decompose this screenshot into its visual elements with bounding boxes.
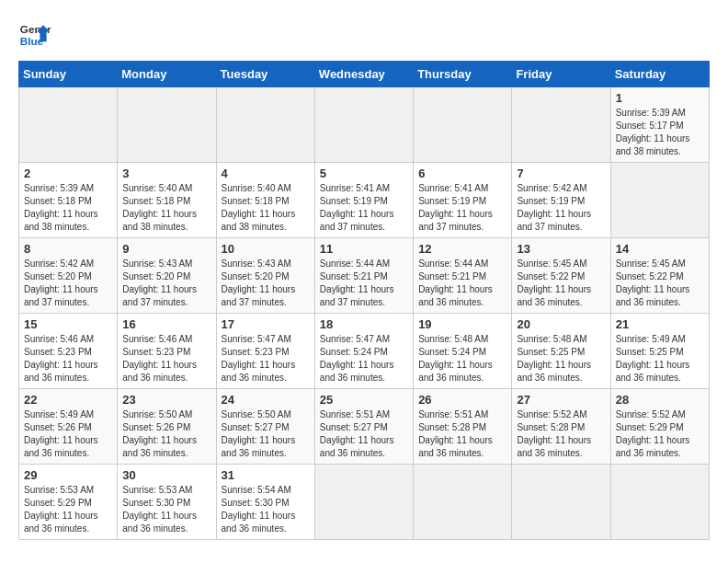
day-cell-16: 16Sunrise: 5:46 AMSunset: 5:23 PMDayligh… (118, 314, 216, 389)
empty-cell (19, 87, 118, 163)
day-cell-13: 13Sunrise: 5:45 AMSunset: 5:22 PMDayligh… (512, 238, 610, 314)
day-cell-31: 31Sunrise: 5:54 AMSunset: 5:30 PMDayligh… (216, 465, 314, 540)
calendar-body: 1Sunrise: 5:39 AMSunset: 5:17 PMDaylight… (19, 87, 710, 540)
day-number: 17 (222, 317, 310, 331)
day-number: 6 (418, 167, 506, 180)
empty-cell (512, 87, 610, 163)
day-cell-8: 8Sunrise: 5:42 AMSunset: 5:20 PMDaylight… (19, 238, 118, 314)
column-header-thursday: Thursday (414, 62, 512, 87)
column-header-friday: Friday (512, 62, 610, 87)
header: General Blue (18, 18, 710, 52)
day-number: 13 (517, 242, 605, 256)
day-number: 23 (122, 393, 210, 407)
day-info: Sunrise: 5:48 AMSunset: 5:24 PMDaylight:… (418, 333, 506, 385)
day-cell-22: 22Sunrise: 5:49 AMSunset: 5:26 PMDayligh… (19, 389, 118, 465)
empty-cell (314, 465, 413, 540)
day-number: 25 (320, 393, 408, 407)
day-info: Sunrise: 5:41 AMSunset: 5:19 PMDaylight:… (320, 182, 408, 234)
day-cell-9: 9Sunrise: 5:43 AMSunset: 5:20 PMDaylight… (118, 238, 216, 314)
day-info: Sunrise: 5:50 AMSunset: 5:27 PMDaylight:… (222, 408, 310, 460)
day-number: 11 (320, 242, 408, 256)
column-header-tuesday: Tuesday (216, 62, 314, 87)
day-number: 18 (320, 317, 408, 331)
day-number: 28 (616, 393, 704, 407)
day-info: Sunrise: 5:54 AMSunset: 5:30 PMDaylight:… (222, 484, 310, 535)
day-cell-15: 15Sunrise: 5:46 AMSunset: 5:23 PMDayligh… (19, 314, 118, 389)
day-cell-27: 27Sunrise: 5:52 AMSunset: 5:28 PMDayligh… (512, 389, 610, 465)
day-info: Sunrise: 5:48 AMSunset: 5:25 PMDaylight:… (517, 333, 605, 385)
day-cell-24: 24Sunrise: 5:50 AMSunset: 5:27 PMDayligh… (216, 389, 314, 465)
day-number: 24 (222, 393, 310, 407)
day-number: 27 (517, 393, 605, 407)
empty-cell (118, 87, 216, 163)
day-info: Sunrise: 5:41 AMSunset: 5:19 PMDaylight:… (418, 182, 506, 234)
day-cell-21: 21Sunrise: 5:49 AMSunset: 5:25 PMDayligh… (610, 314, 709, 389)
day-info: Sunrise: 5:45 AMSunset: 5:22 PMDaylight:… (517, 258, 605, 309)
empty-cell (216, 87, 314, 163)
column-header-saturday: Saturday (610, 62, 709, 87)
day-number: 12 (418, 242, 506, 256)
day-number: 2 (24, 167, 112, 180)
day-number: 14 (616, 242, 704, 256)
day-cell-26: 26Sunrise: 5:51 AMSunset: 5:28 PMDayligh… (414, 389, 512, 465)
day-cell-25: 25Sunrise: 5:51 AMSunset: 5:27 PMDayligh… (314, 389, 413, 465)
day-info: Sunrise: 5:42 AMSunset: 5:20 PMDaylight:… (24, 258, 112, 309)
day-number: 10 (222, 242, 310, 256)
day-info: Sunrise: 5:52 AMSunset: 5:28 PMDaylight:… (517, 408, 605, 460)
day-info: Sunrise: 5:49 AMSunset: 5:26 PMDaylight:… (24, 408, 112, 460)
day-info: Sunrise: 5:46 AMSunset: 5:23 PMDaylight:… (24, 333, 112, 385)
logo: General Blue (18, 18, 51, 52)
day-cell-1: 1Sunrise: 5:39 AMSunset: 5:17 PMDaylight… (610, 87, 709, 163)
day-info: Sunrise: 5:53 AMSunset: 5:29 PMDaylight:… (24, 484, 112, 535)
column-header-sunday: Sunday (19, 62, 118, 87)
column-header-wednesday: Wednesday (314, 62, 413, 87)
day-cell-2: 2Sunrise: 5:39 AMSunset: 5:18 PMDaylight… (19, 163, 118, 238)
day-number: 29 (24, 468, 112, 482)
day-cell-12: 12Sunrise: 5:44 AMSunset: 5:21 PMDayligh… (414, 238, 512, 314)
day-cell-30: 30Sunrise: 5:53 AMSunset: 5:30 PMDayligh… (118, 465, 216, 540)
day-info: Sunrise: 5:45 AMSunset: 5:22 PMDaylight:… (616, 258, 704, 309)
day-info: Sunrise: 5:51 AMSunset: 5:27 PMDaylight:… (320, 408, 408, 460)
day-cell-20: 20Sunrise: 5:48 AMSunset: 5:25 PMDayligh… (512, 314, 610, 389)
day-number: 9 (122, 242, 210, 256)
day-cell-19: 19Sunrise: 5:48 AMSunset: 5:24 PMDayligh… (414, 314, 512, 389)
day-cell-18: 18Sunrise: 5:47 AMSunset: 5:24 PMDayligh… (314, 314, 413, 389)
empty-cell (610, 465, 709, 540)
day-number: 30 (122, 468, 210, 482)
day-cell-14: 14Sunrise: 5:45 AMSunset: 5:22 PMDayligh… (610, 238, 709, 314)
day-cell-28: 28Sunrise: 5:52 AMSunset: 5:29 PMDayligh… (610, 389, 709, 465)
day-cell-7: 7Sunrise: 5:42 AMSunset: 5:19 PMDaylight… (512, 163, 610, 238)
day-cell-4: 4Sunrise: 5:40 AMSunset: 5:18 PMDaylight… (216, 163, 314, 238)
day-number: 8 (24, 242, 112, 256)
day-info: Sunrise: 5:50 AMSunset: 5:26 PMDaylight:… (122, 408, 210, 460)
day-cell-29: 29Sunrise: 5:53 AMSunset: 5:29 PMDayligh… (19, 465, 118, 540)
empty-cell (512, 465, 610, 540)
day-number: 22 (24, 393, 112, 407)
day-cell-5: 5Sunrise: 5:41 AMSunset: 5:19 PMDaylight… (314, 163, 413, 238)
day-number: 31 (222, 468, 310, 482)
day-cell-3: 3Sunrise: 5:40 AMSunset: 5:18 PMDaylight… (118, 163, 216, 238)
day-number: 19 (418, 317, 506, 331)
day-info: Sunrise: 5:44 AMSunset: 5:21 PMDaylight:… (320, 258, 408, 309)
day-number: 26 (418, 393, 506, 407)
day-cell-10: 10Sunrise: 5:43 AMSunset: 5:20 PMDayligh… (216, 238, 314, 314)
day-info: Sunrise: 5:49 AMSunset: 5:25 PMDaylight:… (616, 333, 704, 385)
day-info: Sunrise: 5:43 AMSunset: 5:20 PMDaylight:… (222, 258, 310, 309)
day-number: 3 (122, 167, 210, 180)
calendar-table: SundayMondayTuesdayWednesdayThursdayFrid… (18, 61, 710, 540)
day-number: 5 (320, 167, 408, 180)
day-number: 20 (517, 317, 605, 331)
day-number: 15 (24, 317, 112, 331)
day-info: Sunrise: 5:40 AMSunset: 5:18 PMDaylight:… (122, 182, 210, 234)
day-info: Sunrise: 5:52 AMSunset: 5:29 PMDaylight:… (616, 408, 704, 460)
day-info: Sunrise: 5:39 AMSunset: 5:18 PMDaylight:… (24, 182, 112, 234)
day-info: Sunrise: 5:40 AMSunset: 5:18 PMDaylight:… (222, 182, 310, 234)
day-info: Sunrise: 5:47 AMSunset: 5:24 PMDaylight:… (320, 333, 408, 385)
day-cell-6: 6Sunrise: 5:41 AMSunset: 5:19 PMDaylight… (414, 163, 512, 238)
calendar-header: SundayMondayTuesdayWednesdayThursdayFrid… (19, 62, 710, 87)
day-info: Sunrise: 5:46 AMSunset: 5:23 PMDaylight:… (122, 333, 210, 385)
day-cell-17: 17Sunrise: 5:47 AMSunset: 5:23 PMDayligh… (216, 314, 314, 389)
day-number: 7 (517, 167, 605, 180)
day-info: Sunrise: 5:44 AMSunset: 5:21 PMDaylight:… (418, 258, 506, 309)
empty-cell (314, 87, 413, 163)
